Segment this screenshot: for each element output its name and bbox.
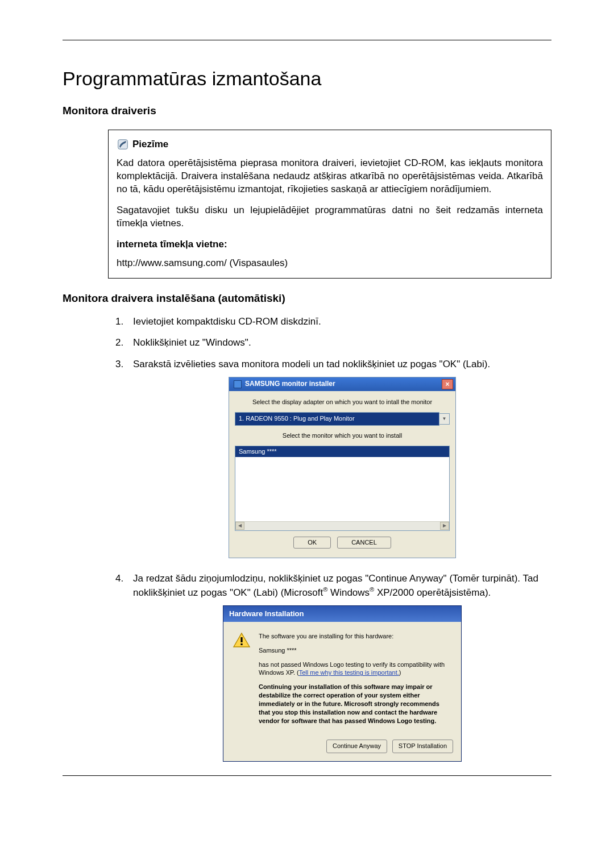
continue-anyway-button[interactable]: Continue Anyway (326, 740, 387, 753)
installer-instruction-1: Select the display adapter on which you … (235, 398, 450, 406)
window-icon (234, 380, 242, 388)
warning-icon (233, 632, 251, 648)
step-4-text-b: Windows (327, 587, 370, 598)
step-1: Ievietojiet kompaktdisku CD-ROM diskdzin… (126, 315, 551, 329)
install-steps-list: Ievietojiet kompaktdisku CD-ROM diskdzin… (126, 315, 551, 762)
hardware-body: The software you are installing for this… (223, 622, 461, 736)
ok-button[interactable]: OK (293, 537, 331, 549)
step-3: Sarakstā izvēlieties sava monitora model… (126, 358, 551, 558)
scroll-right-icon[interactable]: ▶ (440, 522, 449, 530)
bottom-rule (63, 775, 551, 776)
svg-rect-2 (240, 643, 242, 645)
note-label: Piezīme (132, 138, 168, 151)
horizontal-scrollbar[interactable]: ◀ ▶ (235, 521, 449, 530)
top-rule (63, 40, 551, 40)
monitor-listbox[interactable]: Samsung **** ◀ ▶ (235, 446, 450, 531)
tell-me-why-link[interactable]: Tell me why this testing is important. (299, 669, 399, 676)
stop-installation-button[interactable]: STOP Installation (392, 740, 453, 753)
note-paragraph-2: Sagatavojiet tukšu disku un lejupielādēj… (117, 204, 543, 230)
hardware-button-row: Continue Anyway STOP Installation (223, 735, 461, 761)
combo-selected: 1. RADEON 9550 : Plug and Play Monitor (235, 412, 439, 425)
display-adapter-combo[interactable]: 1. RADEON 9550 : Plug and Play Monitor ▼ (235, 412, 450, 425)
chevron-down-icon[interactable]: ▼ (439, 413, 450, 425)
reg-mark-2: ® (370, 586, 374, 593)
section-monitor-driver-heading: Monitora draiveris (63, 105, 551, 117)
close-icon[interactable]: × (442, 379, 453, 389)
installer-dialog: SAMSUNG monitor installer × Select the d… (229, 377, 456, 559)
installer-body: Select the display adapter on which you … (229, 391, 455, 558)
installer-title: SAMSUNG monitor installer (245, 379, 335, 389)
note-header: Piezīme (117, 138, 543, 151)
note-box: Piezīme Kad datora operētājsistēma piepr… (108, 130, 551, 279)
note-url: http://www.samsung.com/ (Vispasaules) (117, 257, 543, 270)
installer-instruction-2: Select the monitor which you want to ins… (235, 431, 450, 440)
hardware-text: The software you are installing for this… (259, 632, 452, 731)
step-2: Noklikšķiniet uz "Windows". (126, 336, 551, 350)
hardware-install-dialog: Hardware Installation The software you a… (223, 605, 462, 762)
step-4-text-c: XP/2000 operētājsistēma). (374, 587, 491, 598)
hardware-titlebar: Hardware Installation (223, 606, 461, 622)
list-item[interactable]: Samsung **** (235, 446, 449, 457)
section-auto-install-heading: Monitora draivera instalēšana (automātis… (63, 292, 551, 305)
hw-line-4: Continuing your installation of this sof… (259, 683, 452, 725)
installer-titlebar: SAMSUNG monitor installer × (229, 377, 455, 391)
hw-line-3: has not passed Windows Logo testing to v… (259, 661, 452, 678)
page-title: Programmatūras izmantošana (63, 68, 551, 90)
svg-rect-1 (240, 637, 242, 642)
step-3-text: Sarakstā izvēlieties sava monitora model… (133, 359, 490, 369)
scroll-left-icon[interactable]: ◀ (235, 522, 244, 530)
hw-line-2: Samsung **** (259, 646, 452, 655)
installer-button-row: OK CANCEL (235, 531, 450, 552)
hw-line-1: The software you are installing for this… (259, 632, 452, 641)
step-4: Ja redzat šādu ziņojumlodziņu, noklikšķi… (126, 572, 551, 761)
note-paragraph-1: Kad datora operētājsistēma pieprasa moni… (117, 157, 543, 196)
note-icon (117, 138, 129, 151)
cancel-button[interactable]: CANCEL (337, 537, 391, 549)
note-subhead: interneta tīmekļa vietne: (117, 238, 543, 251)
